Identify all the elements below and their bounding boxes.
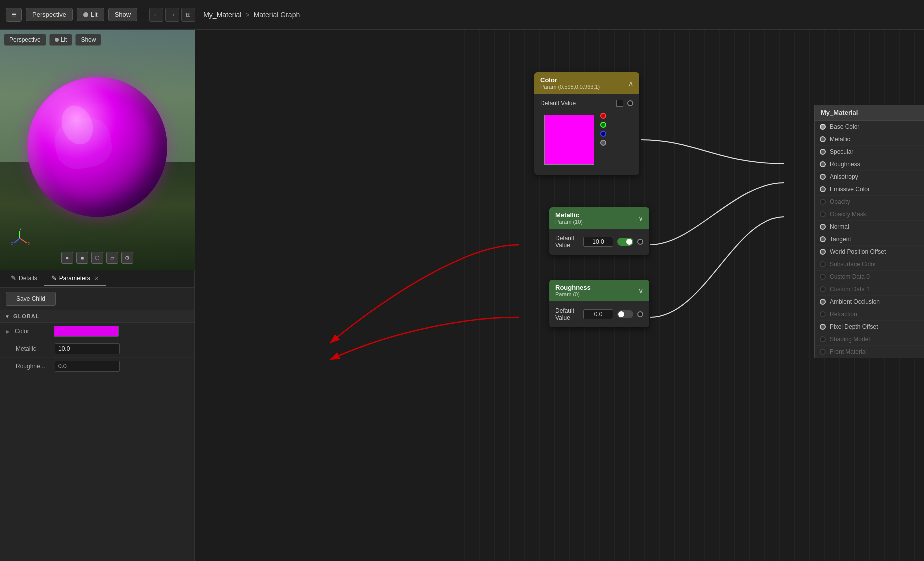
tab-close-icon[interactable]: × [95, 274, 99, 282]
param-row-metallic: Metallic [0, 340, 194, 358]
nav-arrows: ← → ⊞ [149, 8, 195, 22]
pin-specular: Specular [815, 146, 924, 158]
shape-plane-button[interactable]: ▱ [106, 252, 118, 264]
base-color-pin[interactable] [820, 124, 826, 130]
param-row-roughness: Roughne... [0, 358, 194, 375]
color-node-collapse-button[interactable]: ∧ [628, 79, 633, 87]
pin-shading-model: Shading Model [815, 333, 924, 346]
lit-button[interactable]: Lit [77, 8, 104, 21]
pin-base-color: Base Color [815, 121, 924, 133]
pixel-depth-offset-pin[interactable] [820, 324, 826, 330]
main-layout: Perspective Lit Show X Y Z [0, 30, 924, 561]
pin-tangent: Tangent [815, 233, 924, 246]
color-node: Color Param (0.598,0,0.963,1) ∧ Default … [534, 72, 639, 175]
shading-model-label: Shading Model [830, 336, 870, 343]
custom-data-0-pin[interactable] [820, 274, 826, 280]
metallic-default-value-label: Default Value [555, 235, 579, 249]
breadcrumb: My_Material > Material Graph [203, 11, 300, 19]
global-section-header[interactable]: ▼ GLOBAL [0, 310, 194, 323]
normal-pin[interactable] [820, 224, 826, 230]
pin-roughness: Roughness [815, 158, 924, 171]
pin-custom-data-1: Custom Data 1 [815, 283, 924, 296]
perspective-button[interactable]: Perspective [26, 8, 73, 21]
param-row-color: ▶ Color [0, 323, 194, 340]
tangent-pin[interactable] [820, 236, 826, 242]
color-swatch-large[interactable] [544, 115, 594, 165]
save-child-button[interactable]: Save Child [6, 292, 56, 306]
metallic-node-header: Metallic Param (10) ∨ [549, 207, 649, 229]
roughness-param-label: Roughne... [16, 363, 51, 370]
metallic-default-input[interactable] [583, 237, 613, 247]
pin-front-material: Front Material [815, 346, 924, 358]
tab-parameters[interactable]: ✎ Parameters × [44, 271, 106, 286]
pin-pixel-depth-offset: Pixel Depth Offset [815, 321, 924, 333]
world-position-offset-label: World Position Offset [830, 248, 886, 255]
roughness-node-collapse-button[interactable]: ∨ [638, 287, 643, 295]
pin-opacity-mask: Opacity Mask [815, 208, 924, 221]
base-color-label: Base Color [830, 123, 859, 130]
roughness-node: Roughness Param (0) ∨ Default Value [549, 280, 649, 327]
pin-refraction: Refraction [815, 308, 924, 321]
metallic-pin[interactable] [820, 136, 826, 142]
svg-text:Y: Y [19, 228, 22, 231]
forward-button[interactable]: → [165, 8, 179, 22]
grid-button[interactable]: ⊞ [181, 8, 195, 22]
color-swatch[interactable] [54, 326, 119, 337]
roughness-node-title-area: Roughness Param (0) [555, 284, 591, 297]
roughness-default-input[interactable] [583, 309, 613, 319]
sphere-highlight [51, 114, 115, 172]
metallic-node-collapse-button[interactable]: ∨ [638, 214, 643, 222]
metallic-param-input[interactable] [55, 343, 120, 354]
subsurface-color-pin[interactable] [820, 261, 826, 267]
shape-teapot-button[interactable]: ⚙ [121, 252, 133, 264]
emissive-color-pin[interactable] [820, 186, 826, 192]
pixel-depth-offset-label: Pixel Depth Offset [830, 323, 878, 330]
metallic-toggle[interactable] [617, 238, 633, 246]
anisotropy-label: Anisotropy [830, 173, 858, 180]
color-expand-icon[interactable]: ▶ [6, 329, 10, 334]
roughness-param-input[interactable] [55, 361, 120, 372]
color-blue-connector[interactable] [600, 131, 606, 137]
roughness-default-value-label: Default Value [555, 307, 579, 321]
metallic-node: Metallic Param (10) ∨ Default Value [549, 207, 649, 255]
hamburger-menu-button[interactable]: ≡ [6, 8, 22, 22]
shape-sphere-button[interactable]: ● [61, 252, 73, 264]
top-bar: ≡ Perspective Lit Show ← → ⊞ My_Material… [0, 0, 924, 30]
shading-model-pin[interactable] [820, 336, 826, 342]
shape-cube-button[interactable]: ■ [76, 252, 88, 264]
opacity-mask-pin[interactable] [820, 211, 826, 217]
world-position-offset-pin[interactable] [820, 249, 826, 255]
tab-details[interactable]: ✎ Details [4, 271, 44, 286]
viewport-perspective-btn[interactable]: Perspective [4, 34, 46, 46]
specular-pin[interactable] [820, 149, 826, 155]
roughness-pin[interactable] [820, 161, 826, 167]
axes-indicator: X Y Z [10, 228, 30, 250]
viewport-lit-btn[interactable]: Lit [49, 34, 73, 46]
graph-area[interactable]: Color Param (0.598,0,0.963,1) ∧ Default … [195, 30, 924, 561]
normal-label: Normal [830, 223, 849, 230]
details-tabs: ✎ Details ✎ Parameters × [0, 270, 194, 288]
viewport-show-btn[interactable]: Show [75, 34, 101, 46]
color-green-connector[interactable] [600, 122, 606, 128]
roughness-toggle-dot [618, 311, 624, 317]
back-button[interactable]: ← [149, 8, 163, 22]
anisotropy-pin[interactable] [820, 174, 826, 180]
roughness-toggle[interactable] [617, 310, 633, 318]
metallic-node-connector[interactable] [637, 239, 643, 245]
color-red-connector[interactable] [600, 113, 606, 119]
custom-data-1-pin[interactable] [820, 286, 826, 292]
color-node-default-connector[interactable] [627, 100, 633, 106]
lit-dot [83, 12, 88, 17]
show-button[interactable]: Show [108, 8, 138, 21]
pin-metallic: Metallic [815, 133, 924, 146]
color-alpha-connector[interactable] [600, 140, 606, 146]
ambient-occlusion-pin[interactable] [820, 299, 826, 305]
refraction-pin[interactable] [820, 311, 826, 317]
breadcrumb-material[interactable]: My_Material [203, 11, 241, 19]
front-material-pin[interactable] [820, 349, 826, 355]
color-default-checkbox[interactable] [616, 100, 623, 107]
shape-cylinder-button[interactable]: ⬡ [91, 252, 103, 264]
roughness-node-connector[interactable] [637, 311, 643, 317]
pin-anisotropy: Anisotropy [815, 171, 924, 183]
opacity-pin[interactable] [820, 199, 826, 205]
